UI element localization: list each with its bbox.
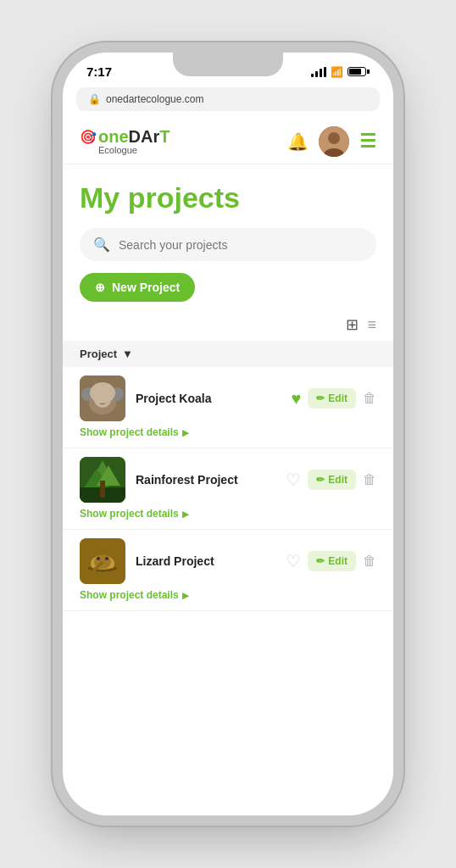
url-bar[interactable]: 🔒 onedartecologue.com <box>76 87 380 111</box>
svg-point-7 <box>110 387 124 401</box>
search-bar[interactable]: 🔍 <box>80 228 376 261</box>
new-project-button[interactable]: ⊕ New Project <box>80 273 195 302</box>
app-content: 🎯 oneDArT Ecologue 🔔 ☰ <box>63 118 393 611</box>
list-icon: ≡ <box>367 316 376 333</box>
edit-label: Edit <box>328 392 348 404</box>
show-details-lizard[interactable]: Show project details <box>80 589 189 601</box>
project-thumbnail-rainforest <box>80 457 125 503</box>
logo-subtitle: Ecologue <box>98 145 137 155</box>
avatar-image <box>319 126 349 157</box>
svg-point-1 <box>328 132 340 144</box>
project-thumbnail-lizard <box>80 538 125 584</box>
logo-t: T <box>159 127 170 146</box>
project-row: Project Koala ♥ ✏ Edit 🗑 <box>80 376 376 421</box>
status-icons: 📶 <box>311 66 370 78</box>
svg-rect-16 <box>100 481 105 498</box>
edit-button-koala[interactable]: ✏ Edit <box>308 388 356 409</box>
pencil-icon: ✏ <box>316 474 325 486</box>
project-actions-rainforest: ♡ ✏ Edit 🗑 <box>286 470 376 490</box>
project-list-header: Project ▼ <box>63 341 393 367</box>
svg-point-20 <box>97 557 100 560</box>
logo-one: one <box>98 127 129 146</box>
avatar[interactable] <box>319 126 349 157</box>
new-project-label: New Project <box>112 281 180 294</box>
logo-text: oneDArT <box>98 128 170 145</box>
edit-label: Edit <box>328 474 348 486</box>
svg-point-9 <box>103 397 107 400</box>
logo-icon: 🎯 <box>80 129 97 145</box>
svg-point-6 <box>81 387 95 401</box>
project-name-rainforest: Rainforest Project <box>136 473 275 487</box>
grid-view-button[interactable]: ⊞ <box>346 315 359 334</box>
edit-button-lizard[interactable]: ✏ Edit <box>308 551 356 571</box>
pencil-icon: ✏ <box>316 392 325 404</box>
delete-button-lizard[interactable]: 🗑 <box>363 554 376 569</box>
list-view-button[interactable]: ≡ <box>367 315 376 334</box>
svg-point-5 <box>94 391 111 408</box>
project-column-label: Project <box>80 348 117 360</box>
svg-point-8 <box>98 397 102 400</box>
favorite-button-koala[interactable]: ♥ <box>291 389 301 409</box>
project-actions-koala: ♥ ✏ Edit 🗑 <box>291 388 376 409</box>
project-row: Rainforest Project ♡ ✏ Edit 🗑 <box>80 457 376 503</box>
project-item-koala: Project Koala ♥ ✏ Edit 🗑 Show project de… <box>63 367 393 448</box>
trash-icon: 🗑 <box>363 391 376 405</box>
logo-dart: DAr <box>129 127 160 146</box>
favorite-button-rainforest[interactable]: ♡ <box>286 470 301 490</box>
logo: 🎯 oneDArT Ecologue <box>80 128 170 155</box>
wifi-icon: 📶 <box>331 66 343 78</box>
project-thumbnail-koala <box>80 376 125 421</box>
view-toggle: ⊞ ≡ <box>63 315 393 341</box>
svg-point-10 <box>99 399 106 404</box>
show-details-koala[interactable]: Show project details <box>80 426 189 438</box>
sort-chevron-icon[interactable]: ▼ <box>122 348 133 360</box>
header-right: 🔔 ☰ <box>287 126 376 157</box>
trash-icon: 🗑 <box>363 472 376 487</box>
url-text: onedartecologue.com <box>106 93 203 105</box>
phone-frame: 7:17 📶 🔒 onedartecologue.com 🎯 <box>63 53 393 815</box>
favorite-button-lizard[interactable]: ♡ <box>286 551 301 571</box>
project-name-koala: Project Koala <box>136 392 281 405</box>
status-time: 7:17 <box>86 64 112 79</box>
signal-icon <box>311 67 326 77</box>
battery-icon <box>348 67 370 76</box>
project-item-rainforest: Rainforest Project ♡ ✏ Edit 🗑 Show proje… <box>63 448 393 530</box>
show-details-rainforest[interactable]: Show project details <box>80 508 189 520</box>
search-input[interactable] <box>119 238 363 252</box>
phone-notch <box>173 53 283 76</box>
grid-icon: ⊞ <box>346 316 359 333</box>
delete-button-koala[interactable]: 🗑 <box>363 391 376 406</box>
app-header: 🎯 oneDArT Ecologue 🔔 ☰ <box>63 118 393 164</box>
edit-button-rainforest[interactable]: ✏ Edit <box>308 470 356 490</box>
delete-button-rainforest[interactable]: 🗑 <box>363 472 376 487</box>
svg-point-4 <box>89 391 116 415</box>
search-icon: 🔍 <box>93 236 110 253</box>
trash-icon: 🗑 <box>363 554 376 568</box>
page-title: My projects <box>63 164 393 228</box>
project-actions-lizard: ♡ ✏ Edit 🗑 <box>286 551 376 571</box>
project-item-lizard: Lizard Project ♡ ✏ Edit 🗑 Show project d… <box>63 530 393 611</box>
lock-icon: 🔒 <box>88 93 101 105</box>
bell-icon[interactable]: 🔔 <box>287 131 309 152</box>
project-row: Lizard Project ♡ ✏ Edit 🗑 <box>80 538 376 584</box>
svg-point-21 <box>105 557 108 560</box>
edit-label: Edit <box>328 555 348 567</box>
hamburger-icon[interactable]: ☰ <box>359 131 376 153</box>
plus-circle-icon: ⊕ <box>95 281 105 294</box>
pencil-icon: ✏ <box>316 555 325 567</box>
project-name-lizard: Lizard Project <box>136 554 275 568</box>
